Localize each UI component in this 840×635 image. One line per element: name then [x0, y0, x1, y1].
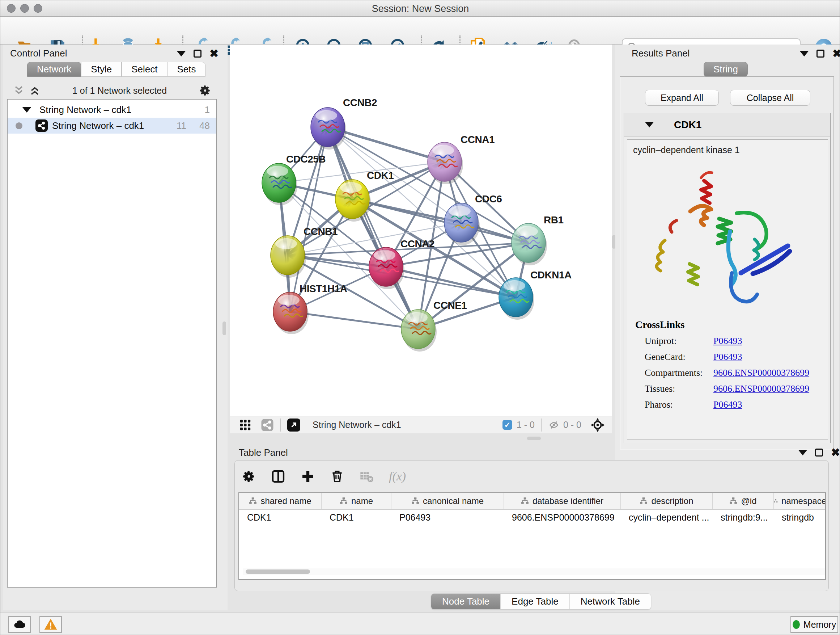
expand-all-button[interactable]: Expand All	[645, 90, 719, 106]
tab-select[interactable]: Select	[122, 62, 167, 77]
expand-all-icon[interactable]	[29, 85, 40, 96]
network-edge[interactable]	[328, 127, 418, 329]
crosslink-label: Pharos:	[645, 399, 714, 410]
network-node-CCNB1[interactable]: CCNB1	[271, 226, 338, 278]
network-collection-row[interactable]: String Network – cdk1 1	[8, 102, 216, 118]
table-cell[interactable]: stringdb	[774, 510, 826, 525]
table-horizontal-scrollbar[interactable]	[243, 568, 826, 575]
column-header-1[interactable]: name	[322, 493, 392, 509]
float-panel-icon[interactable]	[815, 448, 823, 456]
column-header-2[interactable]: canonical name	[392, 493, 504, 509]
crosshair-icon[interactable]	[590, 417, 605, 432]
network-node-HIST1H1A[interactable]: HIST1H1A	[273, 283, 347, 334]
tab-sets[interactable]: Sets	[167, 62, 205, 77]
network-node-CCNA2[interactable]: CCNA2	[369, 238, 434, 289]
string-results-container: Expand All Collapse All CDK1 cyclin–depe…	[620, 76, 834, 450]
network-graph: CCNB2CCNA1CDC25BCDK1CDC6RB1CCNB1CCNA2CDK…	[230, 44, 612, 416]
table-cell[interactable]: 9606.ENSP00000378699	[504, 510, 621, 525]
gear-icon[interactable]	[199, 84, 211, 97]
application-window: Session: New Session	[0, 0, 840, 635]
network-canvas[interactable]: CCNB2CCNA1CDC25BCDK1CDC6RB1CCNB1CCNA2CDK…	[230, 44, 612, 416]
protein-name: CDK1	[674, 119, 701, 131]
section-expander-icon[interactable]	[645, 122, 654, 127]
left-splitter-handle[interactable]	[223, 321, 226, 335]
memory-button[interactable]: Memory	[790, 616, 838, 633]
crosslink-link[interactable]: 9606.ENSP00000378699	[714, 383, 809, 394]
node-table-header: shared namenamecanonical namedatabase id…	[239, 493, 825, 510]
network-node-CDC25B[interactable]: CDC25B	[262, 154, 325, 205]
node-label-CCNE1: CCNE1	[433, 300, 467, 311]
table-cell[interactable]: CDK1	[322, 510, 392, 525]
network-edge[interactable]	[352, 199, 529, 243]
collapse-all-icon[interactable]	[13, 85, 24, 96]
tab-style[interactable]: Style	[81, 62, 122, 77]
collection-label: String Network – cdk1	[39, 104, 205, 116]
window-title: Session: New Session	[0, 3, 840, 14]
node-count: 11	[177, 120, 186, 131]
protein-section-header[interactable]: CDK1	[624, 113, 830, 136]
crosslink-link[interactable]: P06493	[714, 399, 742, 410]
column-header-4[interactable]: description	[621, 493, 713, 509]
network-node-RB1[interactable]: RB1	[512, 214, 564, 265]
crosslink-row: GeneCard: P06493	[645, 352, 828, 363]
column-header-0[interactable]: shared name	[239, 493, 322, 509]
network-selection-summary: 1 of 1 Network selected	[40, 86, 199, 96]
close-panel-icon[interactable]: ✖	[832, 50, 840, 57]
scrollbar-thumb[interactable]	[246, 570, 310, 574]
hidden-eye-icon	[548, 419, 560, 431]
column-label: namespace	[782, 496, 826, 506]
grid-icon[interactable]	[239, 419, 251, 431]
share-view-icon[interactable]	[261, 418, 274, 432]
tab-string[interactable]: String	[704, 62, 748, 77]
cloud-button[interactable]	[8, 616, 31, 633]
table-cell[interactable]: P06493	[392, 510, 504, 525]
protein-description: cyclin–dependent kinase 1	[633, 145, 828, 155]
warnings-button[interactable]	[39, 616, 62, 633]
horizontal-splitter-handle[interactable]	[527, 437, 541, 440]
protein-structure-image	[643, 159, 802, 311]
tab-node-table[interactable]: Node Table	[431, 594, 501, 609]
float-panel-icon[interactable]	[816, 50, 824, 57]
close-panel-icon[interactable]: ✖	[831, 448, 840, 456]
tab-network[interactable]: Network	[27, 62, 81, 77]
panel-menu-icon[interactable]	[177, 51, 186, 57]
delete-column-trash-icon[interactable]	[330, 470, 344, 483]
column-label: database identifier	[532, 496, 603, 506]
status-separator	[541, 418, 542, 432]
network-edge[interactable]	[290, 312, 418, 329]
crosslink-link[interactable]: P06493	[714, 336, 742, 347]
control-panel-tabs: Network Style Select Sets	[27, 62, 205, 77]
add-column-icon[interactable]	[301, 469, 315, 484]
panel-menu-icon[interactable]	[798, 450, 807, 455]
table-cell[interactable]: cyclin–dependent ...	[621, 510, 713, 525]
crosslink-link[interactable]: 9606.ENSP00000378699	[714, 367, 809, 378]
detach-view-icon[interactable]	[287, 418, 300, 432]
table-settings-gear-icon[interactable]	[242, 470, 256, 483]
column-header-5[interactable]: @id	[713, 493, 774, 509]
network-node-CCNE1[interactable]: CCNE1	[401, 300, 467, 352]
collection-expander-icon[interactable]	[22, 107, 32, 112]
float-panel-icon[interactable]	[194, 50, 202, 57]
column-header-3[interactable]: database identifier	[504, 493, 621, 509]
table-panel-header: Table Panel ✖	[230, 445, 840, 459]
select-columns-icon[interactable]	[271, 469, 286, 484]
collapse-all-button[interactable]: Collapse All	[730, 90, 810, 106]
network-node-CDKN1A[interactable]: CDKN1A	[499, 269, 572, 320]
table-row[interactable]: CDK1CDK1P064939606.ENSP00000378699cyclin…	[239, 510, 825, 525]
tab-network-table[interactable]: Network Table	[570, 594, 651, 609]
collection-count: 1	[205, 104, 210, 116]
node-label-HIST1H1A: HIST1H1A	[300, 283, 347, 295]
table-cell[interactable]: CDK1	[239, 510, 322, 525]
column-header-6[interactable]: namespace	[774, 493, 826, 509]
crosslink-row: Uniprot: P06493	[645, 336, 828, 347]
panel-menu-icon[interactable]	[800, 51, 808, 57]
selected-checkbox-icon[interactable]: ✓	[502, 420, 512, 430]
network-row-selected[interactable]: String Network – cdk1 11 48	[8, 118, 216, 134]
tab-edge-table[interactable]: Edge Table	[501, 594, 570, 609]
crosslink-link[interactable]: P06493	[714, 352, 742, 363]
column-hierarchy-icon	[639, 497, 647, 505]
table-cell[interactable]: stringdb:9...	[713, 510, 774, 525]
network-node-CDC6[interactable]: CDC6	[444, 193, 502, 245]
close-panel-icon[interactable]: ✖	[210, 50, 218, 57]
crosslink-label: Tissues:	[645, 383, 714, 394]
